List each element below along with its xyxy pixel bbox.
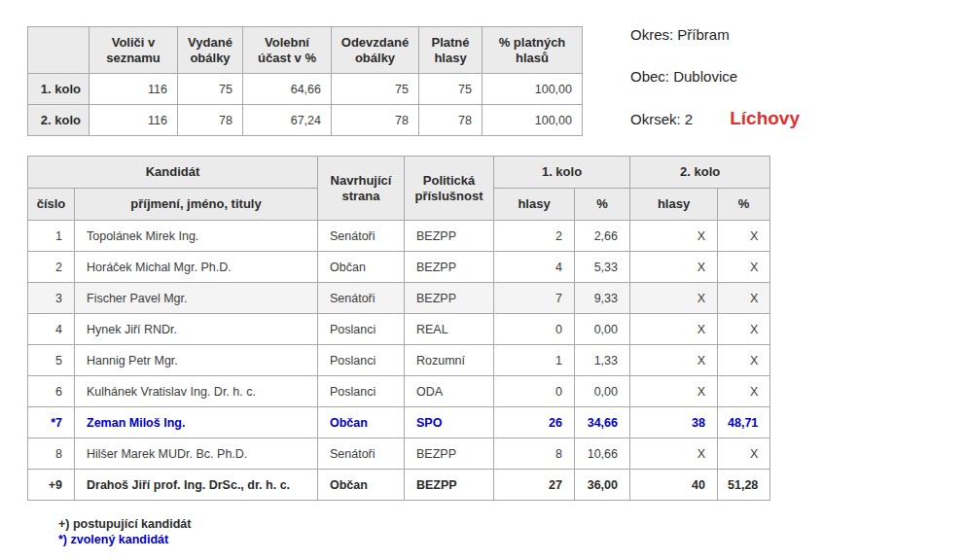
round1-votes: 0: [494, 376, 575, 407]
political-affiliation: BEZPP: [405, 221, 494, 252]
round1-votes: 8: [494, 438, 575, 470]
col-header-round2: 2. kolo: [630, 157, 770, 189]
election-results-page: { "location": { "okres": "Okres: Příbram…: [0, 0, 966, 560]
round1-percent: 36,00: [575, 470, 630, 501]
political-affiliation: REAL: [405, 314, 494, 345]
candidate-number: 4: [28, 314, 75, 345]
round1-percent: 9,33: [575, 283, 630, 314]
summary-tbody: 1. kolo1167564,667575100,002. kolo116786…: [28, 74, 583, 136]
candidate-name: Zeman Miloš Ing.: [75, 407, 318, 438]
candidate-name: Kulhánek Vratislav Ing. Dr. h. c.: [75, 376, 318, 407]
round2-percent: 48,71: [718, 407, 770, 438]
round1-percent: 0,00: [575, 314, 630, 345]
col-header-name: příjmení, jméno, tituly: [75, 189, 318, 221]
round-label: 1. kolo: [28, 74, 89, 105]
round2-percent: X: [718, 438, 770, 470]
round2-votes: X: [630, 376, 718, 407]
round2-votes: 40: [630, 470, 718, 501]
summary-row: 1. kolo1167564,667575100,00: [28, 74, 583, 105]
candidate-row: 8Hilšer Marek MUDr. Bc. Ph.D.SenátořiBEZ…: [28, 438, 770, 470]
round1-percent: 0,00: [575, 376, 630, 407]
nominating-party: Poslanci: [318, 376, 405, 407]
round1-votes: 27: [494, 470, 575, 501]
candidate-row: 4Hynek Jiří RNDr.PoslanciREAL00,00XX: [28, 314, 770, 345]
candidate-number: 2: [28, 252, 75, 283]
candidate-row: *7Zeman Miloš Ing.ObčanSPO2634,663848,71: [28, 407, 770, 438]
legend: +) postupující kandidát *) zvolený kandi…: [58, 516, 191, 547]
candidate-number: 5: [28, 345, 75, 376]
nominating-party: Občan: [318, 470, 405, 501]
candidate-number: 1: [28, 221, 75, 252]
candidate-name: Hilšer Marek MUDr. Bc. Ph.D.: [75, 438, 318, 470]
col-header-round2-percent: %: [718, 189, 770, 221]
round2-votes: X: [630, 438, 718, 470]
round2-votes: X: [630, 252, 718, 283]
candidate-name: Horáček Michal Mgr. Ph.D.: [75, 252, 318, 283]
col-header-round1-votes: hlasy: [494, 189, 575, 221]
round1-percent: 10,66: [575, 438, 630, 470]
voters-registered-value: 116: [89, 74, 178, 105]
location-info: Okres: Příbram Obec: Dublovice Okrsek: 2…: [630, 27, 800, 154]
political-affiliation: BEZPP: [405, 470, 494, 501]
nominating-party: Poslanci: [318, 314, 405, 345]
round1-votes: 1: [494, 345, 575, 376]
round1-percent: 34,66: [575, 407, 630, 438]
political-affiliation: BEZPP: [405, 438, 494, 470]
turnout-percent-value: 67,24: [243, 105, 332, 136]
round1-votes: 4: [494, 252, 575, 283]
round2-votes: 38: [630, 407, 718, 438]
round1-votes: 2: [494, 221, 575, 252]
candidate-row: 1Topolánek Mirek Ing.SenátořiBEZPP22,66X…: [28, 221, 770, 252]
candidate-name: Hynek Jiří RNDr.: [75, 314, 318, 345]
candidate-number: *7: [28, 407, 75, 438]
political-affiliation: Rozumní: [405, 345, 494, 376]
valid-votes-percent-value: 100,00: [483, 74, 583, 105]
col-header-turnout-percent: Volební účast v %: [243, 27, 332, 74]
candidate-number: +9: [28, 470, 75, 501]
candidate-row: 2Horáček Michal Mgr. Ph.D.ObčanBEZPP45,3…: [28, 252, 770, 283]
round2-percent: X: [718, 376, 770, 407]
valid-votes-value: 75: [419, 74, 483, 105]
district-label: Okres: Příbram: [630, 27, 800, 43]
candidate-name: Topolánek Mirek Ing.: [75, 221, 318, 252]
candidate-number: 8: [28, 438, 75, 470]
summary-row: 2. kolo1167867,247878100,00: [28, 105, 583, 136]
candidates-table: Kandidát Navrhující strana Politická pří…: [27, 156, 770, 501]
nominating-party: Senátoři: [318, 283, 405, 314]
political-affiliation: SPO: [405, 407, 494, 438]
envelopes-issued-value: 75: [178, 74, 243, 105]
candidate-number: 6: [28, 376, 75, 407]
turnout-percent-value: 64,66: [243, 74, 332, 105]
valid-votes-percent-value: 100,00: [483, 105, 583, 136]
precinct-name: Líchovy: [730, 111, 800, 126]
legend-elected-note: *) zvolený kandidát: [58, 532, 191, 547]
nominating-party: Senátoři: [318, 438, 405, 470]
candidate-name: Drahoš Jiří prof. Ing. DrSc., dr. h. c.: [75, 470, 318, 501]
political-affiliation: BEZPP: [405, 283, 494, 314]
col-header-round1-percent: %: [575, 189, 630, 221]
candidates-group-header-row: Kandidát Navrhující strana Politická pří…: [28, 157, 770, 189]
round2-votes: X: [630, 345, 718, 376]
round2-percent: X: [718, 221, 770, 252]
candidate-row: +9Drahoš Jiří prof. Ing. DrSc., dr. h. c…: [28, 470, 770, 501]
round1-votes: 26: [494, 407, 575, 438]
round2-percent: X: [718, 283, 770, 314]
candidate-row: 6Kulhánek Vratislav Ing. Dr. h. c.Poslan…: [28, 376, 770, 407]
col-header-envelopes-issued: Vydané obálky: [178, 27, 243, 74]
candidate-row: 5Hannig Petr Mgr.PoslanciRozumní11,33XX: [28, 345, 770, 376]
candidate-name: Hannig Petr Mgr.: [75, 345, 318, 376]
round1-percent: 2,66: [575, 221, 630, 252]
voters-registered-value: 116: [89, 105, 178, 136]
valid-votes-value: 78: [419, 105, 483, 136]
col-header-round2-votes: hlasy: [630, 189, 718, 221]
nominating-party: Senátoři: [318, 221, 405, 252]
envelopes-returned-value: 75: [332, 74, 419, 105]
col-header-political-affiliation: Politická příslušnost: [405, 157, 494, 221]
legend-advancing-note: +) postupující kandidát: [58, 516, 191, 532]
precinct-label: Okrsek: 2: [630, 112, 693, 127]
turnout-summary-table: Voliči v seznamu Vydané obálky Volební ú…: [27, 26, 583, 136]
envelopes-returned-value: 78: [332, 105, 419, 136]
round-label: 2. kolo: [28, 105, 89, 136]
round2-votes: X: [630, 314, 718, 345]
col-header-envelopes-returned: Odevzdané obálky: [332, 27, 419, 74]
